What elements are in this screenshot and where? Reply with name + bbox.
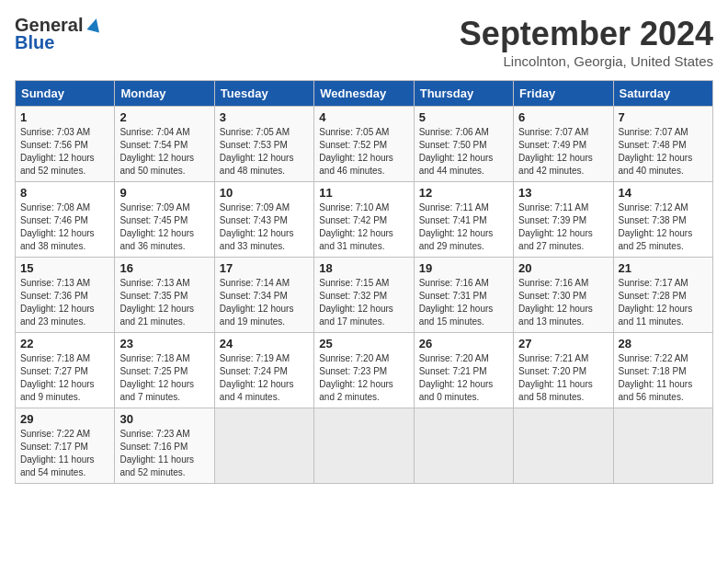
table-row: 12Sunrise: 7:11 AM Sunset: 7:41 PM Dayli…: [414, 182, 513, 258]
day-content: Sunrise: 7:14 AM Sunset: 7:34 PM Dayligh…: [220, 277, 309, 328]
calendar-week-row: 29Sunrise: 7:22 AM Sunset: 7:17 PM Dayli…: [16, 408, 713, 484]
day-content: Sunrise: 7:09 AM Sunset: 7:45 PM Dayligh…: [119, 201, 209, 253]
day-content: Sunrise: 7:04 AM Sunset: 7:54 PM Dayligh…: [119, 126, 209, 178]
table-row: 20Sunrise: 7:16 AM Sunset: 7:30 PM Dayli…: [514, 258, 613, 333]
table-row: 2Sunrise: 7:04 AM Sunset: 7:54 PM Daylig…: [115, 107, 214, 182]
day-content: Sunrise: 7:11 AM Sunset: 7:41 PM Dayligh…: [419, 201, 508, 253]
table-row: 1Sunrise: 7:03 AM Sunset: 7:56 PM Daylig…: [16, 107, 115, 182]
page-header: General Blue September 2024 Lincolnton, …: [15, 15, 713, 69]
day-content: Sunrise: 7:16 AM Sunset: 7:31 PM Dayligh…: [419, 277, 508, 328]
table-row: 7Sunrise: 7:07 AM Sunset: 7:48 PM Daylig…: [613, 107, 712, 182]
table-row: 5Sunrise: 7:06 AM Sunset: 7:50 PM Daylig…: [414, 107, 513, 182]
col-saturday: Saturday: [613, 81, 712, 107]
location-subtitle: Lincolnton, Georgia, United States: [460, 53, 713, 69]
day-number: 12: [419, 186, 508, 200]
table-row: 28Sunrise: 7:22 AM Sunset: 7:18 PM Dayli…: [613, 333, 712, 408]
col-wednesday: Wednesday: [314, 81, 414, 107]
table-row: 4Sunrise: 7:05 AM Sunset: 7:52 PM Daylig…: [314, 107, 414, 182]
calendar-week-row: 22Sunrise: 7:18 AM Sunset: 7:27 PM Dayli…: [16, 333, 713, 408]
day-number: 10: [220, 186, 309, 200]
calendar-week-row: 15Sunrise: 7:13 AM Sunset: 7:36 PM Dayli…: [16, 258, 713, 333]
table-row: 30Sunrise: 7:23 AM Sunset: 7:16 PM Dayli…: [115, 408, 214, 484]
table-row: [214, 408, 313, 484]
day-number: 22: [20, 337, 109, 350]
day-content: Sunrise: 7:20 AM Sunset: 7:23 PM Dayligh…: [319, 352, 408, 404]
day-number: 18: [319, 261, 408, 275]
logo-blue: Blue: [15, 32, 54, 53]
table-row: 18Sunrise: 7:15 AM Sunset: 7:32 PM Dayli…: [314, 258, 414, 333]
table-row: 14Sunrise: 7:12 AM Sunset: 7:38 PM Dayli…: [613, 182, 712, 258]
day-content: Sunrise: 7:18 AM Sunset: 7:27 PM Dayligh…: [20, 352, 109, 404]
logo-arrow-icon: [85, 15, 105, 35]
day-content: Sunrise: 7:20 AM Sunset: 7:21 PM Dayligh…: [419, 352, 508, 404]
day-content: Sunrise: 7:07 AM Sunset: 7:49 PM Dayligh…: [518, 126, 608, 178]
table-row: [613, 408, 712, 484]
day-content: Sunrise: 7:08 AM Sunset: 7:46 PM Dayligh…: [20, 201, 109, 253]
day-number: 26: [419, 337, 508, 350]
title-block: September 2024 Lincolnton, Georgia, Unit…: [460, 15, 713, 69]
day-content: Sunrise: 7:12 AM Sunset: 7:38 PM Dayligh…: [619, 201, 708, 253]
day-number: 19: [419, 261, 508, 275]
table-row: 11Sunrise: 7:10 AM Sunset: 7:42 PM Dayli…: [314, 182, 414, 258]
day-number: 8: [20, 186, 109, 200]
col-sunday: Sunday: [16, 81, 115, 107]
day-content: Sunrise: 7:13 AM Sunset: 7:36 PM Dayligh…: [20, 277, 109, 328]
day-number: 6: [518, 110, 608, 124]
day-number: 17: [220, 261, 309, 275]
logo: General Blue: [15, 15, 105, 53]
day-content: Sunrise: 7:06 AM Sunset: 7:50 PM Dayligh…: [419, 126, 508, 178]
day-number: 1: [20, 110, 109, 124]
day-number: 23: [119, 337, 209, 350]
day-content: Sunrise: 7:21 AM Sunset: 7:20 PM Dayligh…: [518, 352, 608, 404]
day-content: Sunrise: 7:11 AM Sunset: 7:39 PM Dayligh…: [518, 201, 608, 253]
table-row: 29Sunrise: 7:22 AM Sunset: 7:17 PM Dayli…: [16, 408, 115, 484]
day-number: 24: [220, 337, 309, 350]
table-row: 25Sunrise: 7:20 AM Sunset: 7:23 PM Dayli…: [314, 333, 414, 408]
day-content: Sunrise: 7:10 AM Sunset: 7:42 PM Dayligh…: [319, 201, 408, 253]
day-number: 13: [518, 186, 608, 200]
day-number: 4: [319, 110, 408, 124]
day-number: 5: [419, 110, 508, 124]
day-number: 21: [619, 261, 708, 275]
day-number: 16: [119, 261, 209, 275]
day-number: 11: [319, 186, 408, 200]
day-content: Sunrise: 7:17 AM Sunset: 7:28 PM Dayligh…: [619, 277, 708, 328]
day-content: Sunrise: 7:15 AM Sunset: 7:32 PM Dayligh…: [319, 277, 408, 328]
calendar-table: Sunday Monday Tuesday Wednesday Thursday…: [15, 80, 713, 484]
col-monday: Monday: [115, 81, 214, 107]
table-row: [314, 408, 414, 484]
table-row: 19Sunrise: 7:16 AM Sunset: 7:31 PM Dayli…: [414, 258, 513, 333]
month-year-title: September 2024: [460, 15, 713, 53]
table-row: 6Sunrise: 7:07 AM Sunset: 7:49 PM Daylig…: [514, 107, 613, 182]
day-number: 15: [20, 261, 109, 275]
day-content: Sunrise: 7:03 AM Sunset: 7:56 PM Dayligh…: [20, 126, 109, 178]
col-thursday: Thursday: [414, 81, 513, 107]
day-number: 30: [119, 412, 209, 426]
day-content: Sunrise: 7:09 AM Sunset: 7:43 PM Dayligh…: [220, 201, 309, 253]
table-row: 23Sunrise: 7:18 AM Sunset: 7:25 PM Dayli…: [115, 333, 214, 408]
calendar-week-row: 1Sunrise: 7:03 AM Sunset: 7:56 PM Daylig…: [16, 107, 713, 182]
day-number: 7: [619, 110, 708, 124]
table-row: [514, 408, 613, 484]
table-row: 15Sunrise: 7:13 AM Sunset: 7:36 PM Dayli…: [16, 258, 115, 333]
day-content: Sunrise: 7:16 AM Sunset: 7:30 PM Dayligh…: [518, 277, 608, 328]
table-row: 3Sunrise: 7:05 AM Sunset: 7:53 PM Daylig…: [214, 107, 313, 182]
day-content: Sunrise: 7:19 AM Sunset: 7:24 PM Dayligh…: [220, 352, 309, 404]
day-content: Sunrise: 7:22 AM Sunset: 7:18 PM Dayligh…: [619, 352, 708, 404]
day-content: Sunrise: 7:05 AM Sunset: 7:53 PM Dayligh…: [220, 126, 309, 178]
day-content: Sunrise: 7:13 AM Sunset: 7:35 PM Dayligh…: [119, 277, 209, 328]
day-number: 2: [119, 110, 209, 124]
day-content: Sunrise: 7:22 AM Sunset: 7:17 PM Dayligh…: [20, 428, 109, 479]
table-row: 27Sunrise: 7:21 AM Sunset: 7:20 PM Dayli…: [514, 333, 613, 408]
table-row: 8Sunrise: 7:08 AM Sunset: 7:46 PM Daylig…: [16, 182, 115, 258]
day-content: Sunrise: 7:23 AM Sunset: 7:16 PM Dayligh…: [119, 428, 209, 479]
table-row: 10Sunrise: 7:09 AM Sunset: 7:43 PM Dayli…: [214, 182, 313, 258]
day-number: 27: [518, 337, 608, 350]
svg-marker-0: [87, 17, 103, 32]
table-row: 17Sunrise: 7:14 AM Sunset: 7:34 PM Dayli…: [214, 258, 313, 333]
day-number: 9: [119, 186, 209, 200]
table-row: 26Sunrise: 7:20 AM Sunset: 7:21 PM Dayli…: [414, 333, 513, 408]
col-tuesday: Tuesday: [214, 81, 313, 107]
table-row: 24Sunrise: 7:19 AM Sunset: 7:24 PM Dayli…: [214, 333, 313, 408]
table-row: 13Sunrise: 7:11 AM Sunset: 7:39 PM Dayli…: [514, 182, 613, 258]
